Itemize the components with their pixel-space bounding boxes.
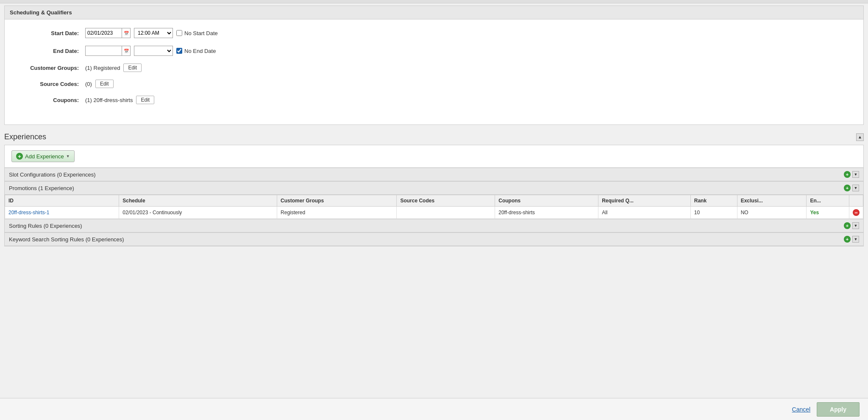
apply-button[interactable]: Apply (817, 402, 860, 417)
row-delete[interactable]: − (849, 207, 863, 219)
promotions-actions: + ▼ (843, 184, 859, 192)
end-time-select-wrapper[interactable]: 12:00 AM (134, 46, 173, 56)
end-date-input[interactable] (86, 46, 122, 55)
end-date-calendar-icon[interactable]: 📅 (122, 46, 130, 55)
customer-groups-row: Customer Groups: (1) Registered Edit (17, 64, 851, 72)
add-experience-toolbar: + Add Experience ▼ (5, 145, 863, 168)
no-end-date-checkbox[interactable] (176, 48, 182, 54)
row-coupons: 20ff-dress-shirts (495, 207, 598, 219)
experiences-header: Experiences ▲ (4, 129, 864, 145)
customer-groups-edit-button[interactable]: Edit (123, 64, 142, 72)
promotions-table-body: 20ff-dress-shirts-1 02/01/2023 - Continu… (5, 207, 863, 219)
start-date-controls: 📅 12:00 AM 12:30 AM 1:00 AM No Start Dat (85, 28, 218, 38)
experiences-panel: + Add Experience ▼ Slot Configurations (… (4, 145, 864, 246)
start-time-select-wrapper[interactable]: 12:00 AM 12:30 AM 1:00 AM (134, 28, 173, 38)
source-codes-label: Source Codes: (17, 81, 85, 87)
experiences-scroll-up-button[interactable]: ▲ (856, 133, 864, 141)
col-required-q: Required Q... (598, 195, 691, 207)
coupons-edit-button[interactable]: Edit (136, 96, 154, 104)
slot-configurations-label: Slot Configurations (0 Experiences) (9, 171, 96, 178)
start-date-calendar-icon[interactable]: 📅 (122, 28, 130, 38)
scroll-area[interactable] (0, 0, 868, 3)
source-codes-controls: (0) Edit (85, 80, 114, 88)
scheduling-section-header: Scheduling & Qualifiers (5, 6, 863, 19)
no-start-date-text: No Start Date (184, 30, 218, 36)
col-actions (849, 195, 863, 207)
promotions-table: ID Schedule Customer Groups Source Codes… (5, 195, 863, 219)
row-required-q: All (598, 207, 691, 219)
promotions-table-header-row: ID Schedule Customer Groups Source Codes… (5, 195, 863, 207)
slot-configurations-plus[interactable]: + (844, 171, 851, 178)
coupons-row: Coupons: (1) 20ff-dress-shirts Edit (17, 96, 851, 104)
scheduling-qualifiers-panel: Scheduling & Qualifiers Start Date: 📅 12… (4, 6, 864, 125)
table-row: 20ff-dress-shirts-1 02/01/2023 - Continu… (5, 207, 863, 219)
promotions-label: Promotions (1 Experience) (9, 185, 74, 191)
coupons-controls: (1) 20ff-dress-shirts Edit (85, 96, 154, 104)
keyword-search-collapse-icon[interactable]: ▼ (852, 236, 859, 243)
no-end-date-text: No End Date (184, 48, 216, 54)
end-date-label: End Date: (17, 48, 85, 54)
slot-configurations-actions: + ▼ (843, 171, 859, 178)
col-source-codes: Source Codes (397, 195, 495, 207)
experiences-title: Experiences (4, 133, 46, 141)
sorting-rules-collapse-icon[interactable]: ▼ (852, 222, 859, 229)
row-enabled: Yes (807, 207, 849, 219)
slot-configurations-header: Slot Configurations (0 Experiences) + ▼ (5, 168, 863, 181)
enabled-status: Yes (810, 210, 819, 216)
sorting-rules-actions: + ▼ (843, 222, 859, 229)
end-date-row: End Date: 📅 12:00 AM (17, 46, 851, 56)
no-start-date-checkbox[interactable] (176, 30, 182, 36)
start-date-label: Start Date: (17, 30, 85, 36)
no-start-date-label[interactable]: No Start Date (176, 30, 218, 36)
col-schedule: Schedule (119, 195, 277, 207)
sorting-rules-header: Sorting Rules (0 Experiences) + ▼ (5, 219, 863, 232)
start-date-input-wrapper[interactable]: 📅 (85, 28, 131, 38)
col-coupons: Coupons (495, 195, 598, 207)
col-exclusivity: Exclusi... (737, 195, 807, 207)
sorting-rules-label: Sorting Rules (0 Experiences) (9, 223, 82, 229)
add-experience-label: Add Experience (25, 153, 64, 160)
keyword-search-actions: + ▼ (843, 235, 859, 243)
keyword-search-plus[interactable]: + (844, 236, 851, 243)
customer-groups-value: (1) Registered (85, 65, 120, 71)
start-date-input[interactable] (86, 28, 122, 38)
no-end-date-label[interactable]: No End Date (176, 48, 216, 54)
scheduling-title: Scheduling & Qualifiers (10, 9, 72, 16)
delete-row-icon[interactable]: − (853, 209, 860, 216)
customer-groups-label: Customer Groups: (17, 65, 85, 71)
experiences-section: Experiences ▲ + Add Experience ▼ Slot Co… (4, 129, 864, 246)
col-rank: Rank (690, 195, 737, 207)
promotions-add-icon[interactable]: + (843, 184, 851, 192)
source-codes-value: (0) (85, 81, 92, 87)
promotions-plus[interactable]: + (844, 185, 851, 191)
add-experience-button[interactable]: + Add Experience ▼ (11, 150, 75, 162)
row-exclusivity: NO (737, 207, 807, 219)
promotions-collapse-icon[interactable]: ▼ (852, 185, 859, 191)
col-customer-groups: Customer Groups (277, 195, 397, 207)
slot-configurations-collapse-icon[interactable]: ▼ (852, 171, 859, 178)
promotions-header: Promotions (1 Experience) + ▼ (5, 181, 863, 195)
scheduling-section-body: Start Date: 📅 12:00 AM 12:30 AM 1:00 AM (5, 19, 863, 124)
row-source-codes (397, 207, 495, 219)
experience-id-link[interactable]: 20ff-dress-shirts-1 (8, 210, 49, 216)
start-time-select[interactable]: 12:00 AM 12:30 AM 1:00 AM (134, 28, 172, 38)
row-schedule: 02/01/2023 - Continuously (119, 207, 277, 219)
promotions-table-head: ID Schedule Customer Groups Source Codes… (5, 195, 863, 207)
source-codes-edit-button[interactable]: Edit (95, 80, 114, 88)
end-date-controls: 📅 12:00 AM No End Date (85, 46, 216, 56)
col-id: ID (5, 195, 119, 207)
col-enabled: En... (807, 195, 849, 207)
customer-groups-controls: (1) Registered Edit (85, 64, 142, 72)
keyword-search-label: Keyword Search Sorting Rules (0 Experien… (9, 236, 124, 243)
keyword-search-add-icon[interactable]: + (843, 235, 851, 243)
cancel-button[interactable]: Cancel (792, 406, 811, 413)
end-date-input-wrapper[interactable]: 📅 (85, 46, 131, 56)
sorting-rules-add-icon[interactable]: + (843, 222, 851, 229)
add-experience-dropdown-arrow[interactable]: ▼ (66, 154, 70, 158)
sorting-rules-plus[interactable]: + (844, 222, 851, 229)
coupons-value: (1) 20ff-dress-shirts (85, 97, 133, 103)
end-time-select[interactable]: 12:00 AM (134, 46, 172, 55)
slot-configurations-add-icon[interactable]: + (843, 171, 851, 178)
keyword-search-header: Keyword Search Sorting Rules (0 Experien… (5, 232, 863, 246)
row-rank: 10 (690, 207, 737, 219)
